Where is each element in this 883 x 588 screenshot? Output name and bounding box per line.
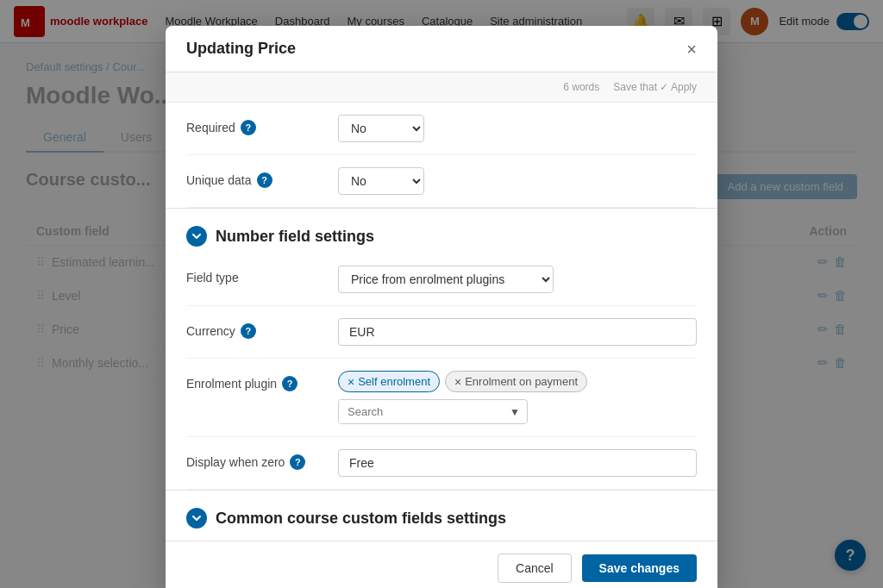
enrolment-search-input[interactable] [339, 400, 501, 423]
tag-label: Self enrolment [358, 375, 430, 388]
currency-row: Currency ? [186, 306, 697, 359]
required-help-icon[interactable]: ? [241, 120, 256, 135]
required-label: Required ? [186, 115, 324, 135]
scroll-hint-right: Save that ✓ Apply [613, 81, 697, 93]
unique-data-row: Unique data ? No Yes [186, 155, 697, 208]
scroll-hint: 6 words Save that ✓ Apply [166, 72, 717, 103]
number-settings-title: Number field settings [216, 228, 374, 246]
section-divider-2 [166, 490, 717, 491]
enrolment-tags: × Self enrolment × Enrolment on payment [338, 371, 697, 392]
section-divider-1 [166, 208, 717, 209]
currency-control [338, 318, 697, 346]
currency-label: Currency ? [186, 318, 324, 339]
updating-price-modal: Updating Price × 6 words Save that ✓ App… [166, 26, 717, 588]
unique-select[interactable]: No Yes [338, 167, 424, 195]
field-type-select[interactable]: Price from enrolment plugins [338, 266, 554, 293]
display-zero-help-icon[interactable]: ? [290, 454, 305, 470]
enrolment-label: Enrolment plugin ? [186, 371, 324, 391]
display-when-zero-label: Display when zero ? [186, 449, 324, 470]
enrolment-plugin-row: Enrolment plugin ? × Self enrolment × En… [186, 359, 697, 437]
tag-remove-icon[interactable]: × [348, 376, 354, 388]
common-settings-title: Common course custom fields settings [216, 510, 506, 528]
required-control: No Yes [338, 115, 697, 142]
unique-control: No Yes [338, 167, 697, 195]
collapse-common-settings-icon[interactable] [186, 508, 207, 529]
enrolment-help-icon[interactable]: ? [282, 376, 297, 391]
field-type-control: Price from enrolment plugins [338, 266, 697, 293]
display-when-zero-row: Display when zero ? [186, 437, 697, 490]
collapse-number-settings-icon[interactable] [186, 226, 207, 247]
tag-enrolment-on-payment[interactable]: × Enrolment on payment [445, 371, 587, 392]
modal-title: Updating Price [186, 40, 296, 58]
cancel-button[interactable]: Cancel [498, 554, 572, 583]
common-settings-heading: Common course custom fields settings [166, 494, 717, 535]
display-zero-control [338, 449, 697, 477]
enrolment-search-dropdown: ▼ [338, 399, 528, 424]
top-form-section: Required ? No Yes Unique data ? N [166, 103, 717, 208]
modal-body: 6 words Save that ✓ Apply Required ? No … [166, 72, 717, 541]
unique-help-icon[interactable]: ? [257, 172, 272, 188]
unique-data-label: Unique data ? [186, 167, 324, 188]
currency-input[interactable] [338, 318, 697, 346]
required-field-row: Required ? No Yes [186, 103, 697, 155]
currency-help-icon[interactable]: ? [241, 323, 256, 339]
tag-label-2: Enrolment on payment [465, 375, 578, 388]
scroll-hint-left: 6 words [563, 81, 599, 93]
save-changes-button[interactable]: Save changes [582, 554, 697, 582]
field-type-row: Field type Price from enrolment plugins [186, 253, 697, 306]
enrolment-control: × Self enrolment × Enrolment on payment … [338, 371, 697, 424]
number-settings-section: Field type Price from enrolment plugins … [166, 253, 717, 490]
required-select[interactable]: No Yes [338, 115, 424, 142]
field-type-label: Field type [186, 266, 324, 285]
tag-self-enrolment[interactable]: × Self enrolment [338, 371, 440, 392]
tag-remove-icon-2[interactable]: × [454, 376, 461, 388]
dropdown-arrow-icon[interactable]: ▼ [501, 401, 528, 423]
display-zero-input[interactable] [338, 449, 697, 477]
number-settings-heading: Number field settings [166, 212, 717, 253]
modal-close-button[interactable]: × [686, 41, 697, 58]
modal-header: Updating Price × [166, 26, 717, 72]
modal-footer: Cancel Save changes [166, 541, 717, 588]
